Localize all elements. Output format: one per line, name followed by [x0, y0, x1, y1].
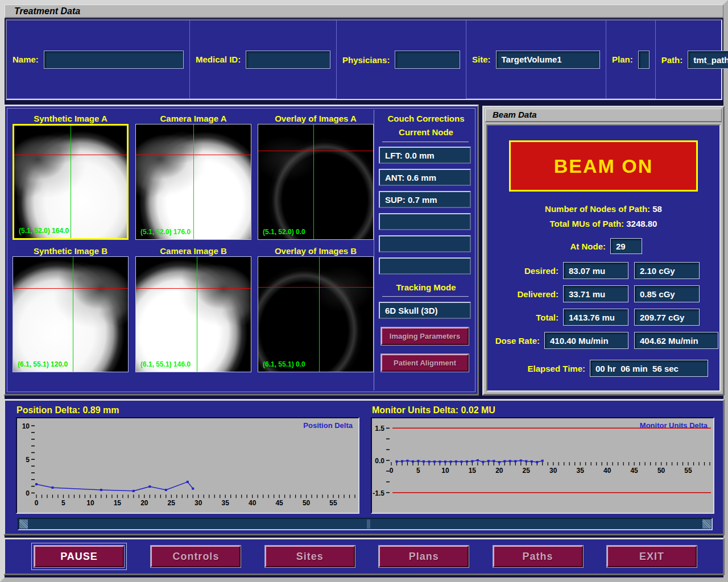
svg-text:45: 45	[275, 499, 283, 507]
position-delta-chart: Position Delta 0510051015202530354045505…	[16, 417, 359, 514]
svg-text:20: 20	[495, 467, 503, 475]
svg-text:10: 10	[22, 422, 30, 430]
svg-text:10: 10	[86, 499, 94, 507]
overlay-images-b-viewport[interactable]: (6.1, 55.1) 0.0	[258, 256, 374, 372]
synthetic-image-a-viewport[interactable]: (5.1, 52.0) 164.0	[13, 124, 129, 240]
delivered-mu-field: 33.71 mu	[563, 285, 628, 302]
total-row: Total: 1413.76 mu 209.77 cGy	[487, 309, 719, 326]
monitor-units-delta-title: Monitor Units Delta: 0.02 MU	[372, 405, 495, 415]
monitor-units-delta-chart: Monitor Units Delta 1.50.0-1.50510152025…	[371, 417, 714, 514]
plan-label: Plan:	[612, 55, 633, 64]
site-field[interactable]: TargetVolume1	[496, 51, 600, 69]
exit-button[interactable]: EXIT	[607, 546, 697, 567]
camera-b-title: Camera Image B	[135, 246, 251, 256]
medical-id-field[interactable]	[246, 51, 330, 69]
svg-text:30: 30	[549, 467, 557, 475]
crosshair-vertical	[197, 257, 197, 372]
couch-correction-empty-1	[379, 213, 471, 230]
physicians-label: Physicians:	[342, 55, 390, 65]
camera-image-a-viewport[interactable]: (5.1, 52.0) 176.0	[135, 124, 251, 240]
patient-alignment-button[interactable]: Patient Alignment	[381, 354, 469, 372]
synthetic-b-coords: (6.1, 55.1) 120.0	[18, 360, 68, 368]
monitor-units-delta-plot: 1.50.0-1.50510152025303540455055	[372, 418, 713, 513]
svg-text:40: 40	[249, 499, 257, 507]
camera-b-coords: (6.1, 55.1) 146.0	[140, 360, 191, 368]
overlay-a-coords: (5.1, 52.0) 0.0	[263, 228, 305, 236]
scrollbar-divider	[367, 519, 370, 529]
imaging-parameters-button[interactable]: Imaging Parameters	[381, 327, 469, 345]
beam-data-titlebar[interactable]: Beam Data	[485, 109, 722, 122]
svg-text:0.0: 0.0	[375, 457, 384, 465]
scrollbar-left-handle[interactable]	[19, 519, 28, 529]
crosshair-vertical	[71, 126, 71, 238]
desired-cgy-field: 2.10 cGy	[634, 262, 700, 279]
couch-correction-empty-2	[379, 235, 471, 252]
delivered-row: Delivered: 33.71 mu 0.85 cGy	[487, 285, 719, 302]
beam-data-content: BEAM ON Number of Nodes of Path: 58 Tota…	[486, 124, 721, 392]
svg-text:35: 35	[222, 499, 230, 507]
imaging-panel: Synthetic Image A Camera Image A Overlay…	[3, 105, 479, 396]
elapsed-time-row: Elapsed Time: 00 hr 06 min 56 sec	[487, 360, 719, 377]
svg-text:-1.5: -1.5	[373, 489, 384, 497]
name-field[interactable]	[44, 51, 184, 69]
total-cgy-field: 209.77 cGy	[634, 309, 700, 326]
couch-correction-ant: ANT: 0.6 mm	[379, 169, 471, 186]
svg-text:5: 5	[61, 499, 65, 507]
crosshair-horizontal	[258, 151, 373, 151]
dose-rate-2-field: 404.62 Mu/min	[634, 332, 718, 349]
nodes-of-path-line: Number of Nodes of Path: 58	[487, 204, 719, 214]
crosshair-horizontal	[136, 288, 251, 289]
svg-text:25: 25	[168, 499, 176, 507]
svg-text:50: 50	[657, 467, 665, 475]
plan-field[interactable]	[638, 51, 650, 69]
controls-button[interactable]: Controls	[151, 546, 241, 567]
camera-a-coords: (5.1, 52.0) 176.0	[140, 228, 191, 236]
svg-text:0: 0	[390, 467, 394, 475]
svg-text:35: 35	[577, 467, 585, 475]
dose-rate-1-field: 410.40 Mu/min	[544, 332, 628, 349]
synthetic-b-title: Synthetic Image B	[13, 246, 129, 256]
couch-correction-sup: SUP: 0.7 mm	[379, 191, 471, 208]
camera-image-b-viewport[interactable]: (6.1, 55.1) 146.0	[135, 256, 251, 372]
tracking-mode-field: 6D Skull (3D)	[379, 302, 471, 319]
svg-text:10: 10	[441, 467, 449, 475]
main-buttons-panel: PAUSE Controls Sites Plans Paths EXIT	[3, 538, 725, 575]
crosshair-vertical	[313, 124, 314, 239]
svg-text:40: 40	[603, 467, 611, 475]
crosshair-vertical	[193, 124, 194, 239]
svg-text:1.5: 1.5	[375, 425, 384, 433]
charts-horizontal-scrollbar[interactable]	[18, 518, 713, 530]
total-mu-field: 1413.76 mu	[563, 309, 628, 326]
svg-text:15: 15	[114, 499, 122, 507]
at-node-row: At Node: 29	[487, 238, 719, 254]
crosshair-vertical	[73, 257, 73, 372]
at-node-label: At Node:	[487, 242, 606, 251]
physicians-field[interactable]	[395, 51, 460, 69]
paths-button[interactable]: Paths	[493, 546, 583, 567]
current-node-underline	[382, 142, 469, 143]
svg-text:50: 50	[303, 499, 311, 507]
path-field[interactable]: tmt_path2	[688, 51, 728, 69]
tracking-mode-underline	[382, 296, 469, 297]
crosshair-horizontal	[258, 287, 373, 288]
site-label: Site:	[472, 55, 491, 64]
desired-mu-field: 83.07 mu	[563, 262, 628, 279]
overlay-b-title: Overlay of Images B	[258, 246, 374, 256]
sites-button[interactable]: Sites	[265, 546, 355, 567]
pause-button[interactable]: PAUSE	[34, 546, 124, 567]
position-delta-title: Position Delta: 0.89 mm	[16, 405, 119, 415]
treatment-fields-panel: Name: Medical ID: Physicians: Site: Targ…	[6, 19, 722, 100]
overlay-images-a-viewport[interactable]: (5.1, 52.0) 0.0	[258, 124, 374, 240]
plans-button[interactable]: Plans	[379, 546, 469, 567]
synthetic-image-b-viewport[interactable]: (6.1, 55.1) 120.0	[13, 256, 129, 372]
elapsed-time-field: 00 hr 06 min 56 sec	[590, 360, 708, 377]
path-label: Path:	[661, 55, 683, 65]
position-delta-legend: Position Delta	[303, 421, 353, 430]
scrollbar-right-handle[interactable]	[702, 519, 711, 529]
couch-correction-empty-3	[379, 257, 471, 275]
monitor-units-delta-legend: Monitor Units Delta	[640, 421, 708, 430]
delta-charts-panel: Position Delta: 0.89 mm Position Delta 0…	[3, 399, 725, 535]
window-titlebar[interactable]: Treatment Data	[5, 5, 723, 18]
delivered-cgy-field: 0.85 cGy	[634, 285, 700, 302]
desired-row: Desired: 83.07 mu 2.10 cGy	[487, 262, 719, 279]
